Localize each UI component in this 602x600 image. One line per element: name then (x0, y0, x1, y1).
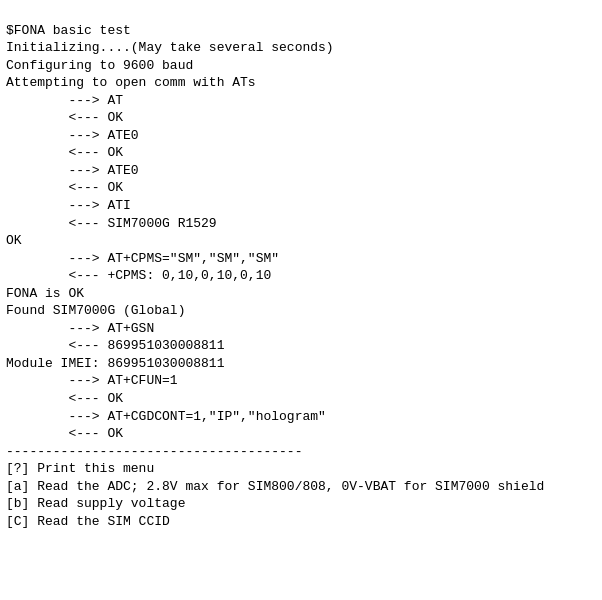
terminal-line: Initializing....(May take several second… (6, 39, 596, 57)
terminal-line: Found SIM7000G (Global) (6, 302, 596, 320)
terminal-line: ---> AT+CGDCONT=1,"IP","hologram" (6, 408, 596, 426)
terminal-line: Configuring to 9600 baud (6, 57, 596, 75)
terminal-line: FONA is OK (6, 285, 596, 303)
terminal-line: <--- OK (6, 390, 596, 408)
terminal-line: [a] Read the ADC; 2.8V max for SIM800/80… (6, 478, 596, 496)
terminal-output: $FONA basic testInitializing....(May tak… (0, 0, 602, 534)
terminal-line: <--- OK (6, 109, 596, 127)
terminal-line: <--- 869951030008811 (6, 337, 596, 355)
terminal-line: <--- OK (6, 179, 596, 197)
terminal-line: <--- OK (6, 144, 596, 162)
terminal-line: ---> ATI (6, 197, 596, 215)
terminal-line: [C] Read the SIM CCID (6, 513, 596, 531)
terminal-line: Module IMEI: 869951030008811 (6, 355, 596, 373)
terminal-line: OK (6, 232, 596, 250)
terminal-line: ---> ATE0 (6, 162, 596, 180)
terminal-line: <--- OK (6, 425, 596, 443)
terminal-line: ---> ATE0 (6, 127, 596, 145)
terminal-line: Attempting to open comm with ATs (6, 74, 596, 92)
terminal-line: ---> AT (6, 92, 596, 110)
terminal-line: ---> AT+GSN (6, 320, 596, 338)
terminal-line: $FONA basic test (6, 22, 596, 40)
terminal-line: -------------------------------------- (6, 443, 596, 461)
terminal-line: ---> AT+CPMS="SM","SM","SM" (6, 250, 596, 268)
terminal-line: <--- +CPMS: 0,10,0,10,0,10 (6, 267, 596, 285)
terminal-line: <--- SIM7000G R1529 (6, 215, 596, 233)
terminal-line: [?] Print this menu (6, 460, 596, 478)
terminal-line: ---> AT+CFUN=1 (6, 372, 596, 390)
terminal-line: [b] Read supply voltage (6, 495, 596, 513)
